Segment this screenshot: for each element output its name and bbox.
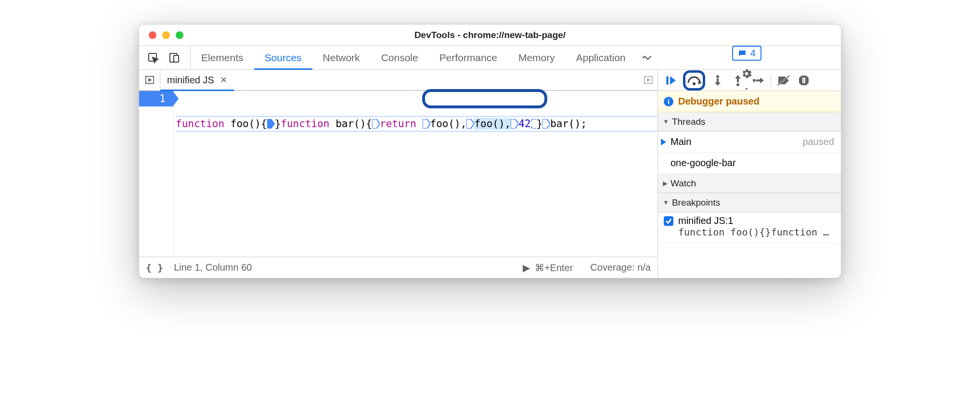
window-title: DevTools - chrome://new-tab-page/ <box>139 30 841 40</box>
svg-marker-7 <box>149 78 151 81</box>
svg-point-17 <box>736 83 739 86</box>
svg-rect-18 <box>737 78 739 82</box>
more-tabs-button[interactable] <box>636 46 659 69</box>
deactivate-breakpoints-button[interactable] <box>776 73 791 88</box>
code-editor[interactable]: 1 function foo(){}function bar(){return … <box>139 91 658 257</box>
step-marker-icon <box>466 119 474 129</box>
gutter: 1 <box>139 91 174 257</box>
pretty-print-button[interactable]: { } <box>146 262 163 274</box>
breakpoint-checkbox[interactable] <box>664 216 673 226</box>
minimize-window-button[interactable] <box>162 31 170 39</box>
run-icon[interactable]: ▶ <box>523 262 530 274</box>
step-out-button[interactable] <box>730 73 746 88</box>
disclosure-triangle-icon: ▼ <box>663 118 669 125</box>
step-into-button[interactable] <box>710 73 725 88</box>
svg-marker-16 <box>715 82 721 86</box>
panel-tabs: Elements Sources Network Console Perform… <box>139 46 841 70</box>
inspect-tools <box>139 46 191 69</box>
breakpoint-label: minified JS:1 <box>678 215 734 226</box>
issues-badge[interactable]: 4 <box>732 46 761 61</box>
disclosure-triangle-icon: ▼ <box>663 199 669 206</box>
svg-rect-15 <box>717 78 719 82</box>
close-window-button[interactable] <box>149 31 156 39</box>
section-threads-header[interactable]: ▼Threads <box>658 112 841 131</box>
tab-memory[interactable]: Memory <box>508 46 566 69</box>
thread-one-google-bar[interactable]: one-google-bar <box>658 153 841 174</box>
step-marker-icon <box>372 119 380 129</box>
tab-elements[interactable]: Elements <box>191 46 254 69</box>
step-marker-icon <box>511 119 518 129</box>
svg-point-20 <box>753 79 756 82</box>
svg-point-14 <box>716 75 719 78</box>
tab-application[interactable]: Application <box>566 46 636 69</box>
step-marker-icon <box>423 119 430 129</box>
snippets-toggle-icon[interactable] <box>639 70 658 90</box>
info-icon: i <box>664 97 673 106</box>
close-file-icon[interactable]: ✕ <box>220 75 227 85</box>
svg-marker-19 <box>735 75 741 78</box>
svg-marker-22 <box>760 78 764 83</box>
line-number-1[interactable]: 1 <box>139 91 173 106</box>
debugger-toolbar <box>658 70 841 91</box>
issues-count: 4 <box>750 48 756 59</box>
run-hint: ⌘+Enter <box>535 262 573 274</box>
file-tab-label: minified JS <box>167 75 214 86</box>
editor-status-bar: { } Line 1, Column 60 ▶ ⌘+Enter Coverage… <box>139 257 658 278</box>
step-marker-icon <box>542 119 550 129</box>
svg-marker-9 <box>647 78 650 81</box>
annotation-callout-stepover <box>683 70 705 91</box>
inspect-element-icon[interactable] <box>146 51 160 65</box>
step-marker-icon <box>531 119 537 129</box>
breakpoint-marker-icon[interactable] <box>267 119 275 129</box>
pause-on-exceptions-button[interactable] <box>796 73 812 88</box>
tab-performance[interactable]: Performance <box>429 46 508 69</box>
devtools-window: DevTools - chrome://new-tab-page/ Elemen… <box>139 24 841 278</box>
svg-rect-2 <box>174 55 179 62</box>
source-view[interactable]: function foo(){}function bar(){return fo… <box>174 91 658 257</box>
cursor-position: Line 1, Column 60 <box>174 262 252 273</box>
tab-console[interactable]: Console <box>371 46 429 69</box>
svg-rect-10 <box>666 76 668 84</box>
section-breakpoints-header[interactable]: ▼Breakpoints <box>658 193 841 212</box>
window-controls <box>139 31 183 39</box>
section-watch-header[interactable]: ▶Watch <box>658 174 841 193</box>
file-tab-minified-js[interactable]: minified JS ✕ <box>160 70 234 90</box>
breakpoint-snippet: function foo(){}function … <box>664 226 835 238</box>
annotation-callout <box>422 89 547 108</box>
debugger-paused-label: Debugger paused <box>678 96 760 107</box>
file-tabs: minified JS ✕ <box>139 70 658 91</box>
device-toolbar-icon[interactable] <box>167 51 181 65</box>
step-over-button[interactable] <box>686 73 702 88</box>
zoom-window-button[interactable] <box>176 31 183 39</box>
svg-rect-25 <box>802 78 804 83</box>
debugger-paused-banner: i Debugger paused <box>658 91 841 112</box>
svg-rect-26 <box>804 78 806 83</box>
code-line-1[interactable]: function foo(){}function bar(){return fo… <box>176 116 658 131</box>
tab-sources[interactable]: Sources <box>254 46 312 69</box>
svg-marker-11 <box>670 76 676 84</box>
editor-pane: minified JS ✕ 1 function foo(){}function… <box>139 70 658 278</box>
breakpoint-row[interactable]: minified JS:1 function foo(){}function … <box>658 212 841 243</box>
debugger-pane: i Debugger paused ▼Threads Main paused o… <box>658 70 841 278</box>
svg-point-12 <box>693 82 696 85</box>
titlebar: DevTools - chrome://new-tab-page/ <box>139 25 841 46</box>
svg-rect-21 <box>756 79 760 81</box>
tab-network[interactable]: Network <box>312 46 371 69</box>
disclosure-triangle-icon: ▶ <box>663 180 668 187</box>
main-area: minified JS ✕ 1 function foo(){}function… <box>139 70 841 278</box>
panel-tab-list: Elements Sources Network Console Perform… <box>191 46 636 69</box>
step-button[interactable] <box>750 73 766 88</box>
thread-main[interactable]: Main paused <box>658 131 841 153</box>
coverage-status: Coverage: n/a <box>590 262 651 273</box>
resume-button[interactable] <box>663 73 678 88</box>
navigator-toggle-icon[interactable] <box>139 70 160 90</box>
